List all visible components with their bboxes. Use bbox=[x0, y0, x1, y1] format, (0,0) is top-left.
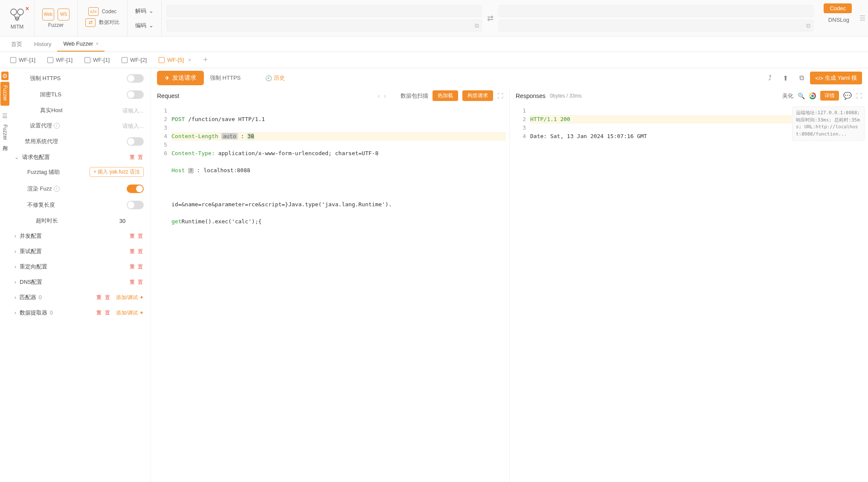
vbar-fuzzer-config[interactable]: Fuzzer 配置 bbox=[0, 82, 9, 106]
expand-icon[interactable]: ⛶ bbox=[497, 92, 503, 99]
no-fix-len-toggle[interactable] bbox=[127, 201, 144, 209]
info-icon: i bbox=[54, 186, 60, 192]
compare-row[interactable]: ⇄ 数据对比 bbox=[85, 18, 119, 27]
codec-button[interactable]: Codec bbox=[824, 3, 852, 13]
code-icon: </> bbox=[815, 75, 823, 81]
mitm-group[interactable]: × MITM bbox=[0, 0, 35, 36]
vbar-fuzzer-seq[interactable]: Fuzzer 序列 bbox=[0, 121, 9, 145]
codec-input-left-2[interactable]: ⧉ bbox=[167, 20, 482, 32]
hotload-button[interactable]: 热加载 bbox=[433, 90, 458, 101]
codec-input-right-1[interactable] bbox=[499, 5, 814, 17]
search-icon[interactable]: 🔍 bbox=[798, 92, 805, 99]
tab-history[interactable]: History bbox=[28, 37, 57, 52]
reset-button[interactable]: 重 置 bbox=[96, 294, 110, 301]
swap-icon[interactable]: ⇄ bbox=[487, 14, 494, 23]
share-icon[interactable]: ⤴ bbox=[768, 74, 772, 82]
toolbar-right: Codec DNSLog bbox=[819, 0, 857, 36]
reset-button[interactable]: 重 置 bbox=[130, 263, 144, 271]
section-redirect[interactable]: ›重定向配置重 置 bbox=[15, 263, 144, 271]
sequence-icon: ☰ bbox=[2, 113, 8, 119]
add-debug-button[interactable]: 添加/调试 ✦ bbox=[116, 294, 144, 301]
editor-area: ✈发送请求 强制 HTTPS 🕘历史 ⤴ ⬆ ⧉ </>生成 Yaml 模 Re… bbox=[151, 68, 868, 482]
request-editor[interactable]: 123456 POST /function/save HTTP/1.1 Cont… bbox=[151, 104, 509, 482]
history-link[interactable]: 🕘历史 bbox=[265, 74, 285, 82]
generate-yaml-button[interactable]: </>生成 Yaml 模 bbox=[810, 72, 862, 84]
prev-icon[interactable]: ‹ bbox=[378, 92, 380, 99]
close-icon[interactable]: × bbox=[188, 57, 192, 63]
request-title: Request bbox=[157, 92, 179, 99]
help-badge: ? bbox=[188, 168, 194, 173]
timeout-input[interactable] bbox=[101, 218, 144, 224]
codec-input-right-2[interactable]: ⧉ bbox=[499, 20, 814, 32]
section-title: 重定向配置 bbox=[20, 263, 130, 271]
tab-home[interactable]: 首页 bbox=[5, 37, 28, 52]
encode-dropdown[interactable]: 编码 ⌄ bbox=[135, 22, 154, 29]
dnslog-button[interactable]: DNSLog bbox=[826, 16, 852, 24]
send-request-button[interactable]: ✈发送请求 bbox=[157, 71, 204, 85]
packet-scan-label[interactable]: 数据包扫描 bbox=[401, 92, 428, 100]
render-fuzz-toggle[interactable] bbox=[127, 185, 144, 193]
chrome-icon[interactable] bbox=[809, 92, 816, 99]
clock-icon: 🕘 bbox=[265, 75, 272, 81]
section-dns[interactable]: ›DNS配置重 置 bbox=[15, 278, 144, 286]
export-icon[interactable]: ⬆ bbox=[783, 74, 788, 82]
detail-button[interactable]: 详情 bbox=[820, 91, 839, 101]
chevron-right-icon: › bbox=[15, 294, 16, 300]
section-retry[interactable]: ›重试配置重 置 bbox=[15, 248, 144, 255]
force-https-toggle[interactable] bbox=[127, 74, 144, 83]
codec-label: Codec bbox=[102, 9, 117, 14]
expand-icon[interactable]: ⛶ bbox=[856, 92, 862, 99]
proxy-input[interactable] bbox=[101, 123, 144, 129]
req-host-val: localhost:8088 bbox=[200, 167, 250, 173]
codec-input-left-1[interactable] bbox=[167, 5, 482, 17]
codec-row[interactable]: </> Codec bbox=[88, 7, 117, 16]
beautify-button[interactable]: 美化 bbox=[782, 92, 793, 100]
reset-button[interactable]: 重 置 bbox=[130, 233, 144, 240]
insert-fuzz-button[interactable]: + 插入 yak.fuzz 语法 bbox=[90, 167, 144, 177]
fuzzer-group[interactable]: Web WS Fuzzer bbox=[35, 0, 78, 36]
subtab-wf-1a[interactable]: WF-[1] bbox=[5, 52, 41, 68]
mitm-label: MITM bbox=[11, 24, 24, 30]
req-ct-val: application/x-www-form-urlencoded; chars… bbox=[215, 150, 379, 156]
fuzzer-label: Fuzzer bbox=[48, 22, 64, 28]
gm-tls-toggle[interactable] bbox=[127, 90, 144, 99]
chevron-down-icon: ⌄ bbox=[149, 8, 154, 14]
ws-icon: WS bbox=[58, 9, 70, 20]
copy-icon[interactable]: ⧉ bbox=[475, 22, 479, 29]
subtab-wf-5[interactable]: WF-[5]× bbox=[154, 52, 197, 68]
add-debug-button[interactable]: 添加/调试 ✦ bbox=[116, 309, 144, 317]
subtab-wf-1c[interactable]: WF-[1] bbox=[79, 52, 115, 68]
file-icon bbox=[10, 57, 16, 63]
real-host-input[interactable] bbox=[101, 107, 144, 114]
close-icon[interactable]: × bbox=[96, 41, 99, 47]
disable-sys-proxy-toggle[interactable] bbox=[127, 137, 144, 146]
reset-button[interactable]: 重 置 bbox=[130, 248, 144, 255]
req-body-2: Runtime().exec('calc');{ bbox=[181, 218, 261, 225]
construct-request-button[interactable]: 构造请求 bbox=[462, 90, 493, 101]
comment-icon[interactable]: 💬 bbox=[843, 92, 852, 100]
tab-web-fuzzer[interactable]: Web Fuzzer× bbox=[57, 37, 105, 52]
reset-button[interactable]: 重 置 bbox=[130, 279, 144, 286]
subtab-wf-1b[interactable]: WF-[1] bbox=[42, 52, 78, 68]
codec-icon: </> bbox=[88, 7, 99, 16]
section-matcher[interactable]: ›匹配器0重 置添加/调试 ✦ bbox=[15, 294, 144, 301]
file-icon bbox=[84, 57, 90, 63]
next-icon[interactable]: › bbox=[384, 92, 386, 99]
proxy-label: 设置代理i bbox=[30, 122, 60, 130]
reset-button[interactable]: 重 置 bbox=[96, 309, 110, 317]
hamburger-icon[interactable]: ☰ bbox=[857, 14, 868, 22]
response-title: Responses bbox=[516, 92, 546, 99]
copy-icon[interactable]: ⧉ bbox=[806, 22, 810, 29]
new-window-icon[interactable]: ⧉ bbox=[799, 74, 804, 82]
section-concurrent[interactable]: ›并发配置重 置 bbox=[15, 232, 144, 240]
section-extractor[interactable]: ›数据提取器0重 置添加/调试 ✦ bbox=[15, 309, 144, 317]
subtab-wf-2[interactable]: WF-[2] bbox=[116, 52, 152, 68]
section-request-config[interactable]: ⌄请求包配置重 置 bbox=[15, 153, 144, 161]
main-tabs: 首页 History Web Fuzzer× bbox=[0, 37, 868, 52]
encode-decode-group: 解码 ⌄ 编码 ⌄ bbox=[128, 0, 162, 36]
decode-dropdown[interactable]: 解码 ⌄ bbox=[135, 7, 154, 15]
add-tab-button[interactable]: + bbox=[198, 55, 213, 64]
reset-button[interactable]: 重 置 bbox=[130, 154, 144, 161]
request-gutter: 123456 bbox=[151, 104, 171, 482]
response-editor[interactable]: 1234 HTTP/1.1 200 Date: Sat, 13 Jan 2024… bbox=[510, 104, 868, 482]
